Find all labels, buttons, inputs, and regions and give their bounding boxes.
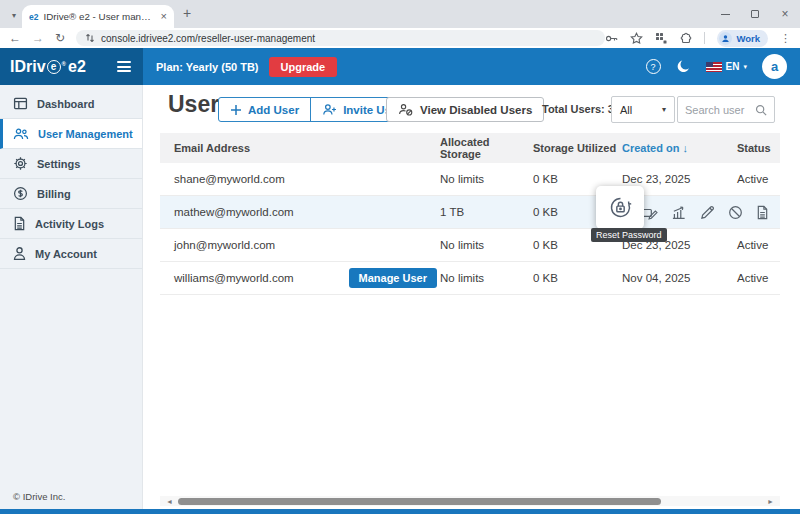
table-row[interactable]: williams@myworld.com Manage User No limi… <box>160 262 780 295</box>
status-cell: Active <box>737 173 780 185</box>
add-user-button[interactable]: Add User <box>219 98 310 121</box>
us-flag-icon <box>706 62 722 72</box>
created-cell: Nov 04, 2025 <box>622 272 737 284</box>
user-logs-icon[interactable] <box>756 205 769 220</box>
plus-icon <box>230 104 242 116</box>
window-controls: × <box>710 0 800 28</box>
table-row[interactable]: john@myworld.com No limits 0 KB Dec 23, … <box>160 229 780 262</box>
plan-label: Plan: Yearly (50 TB) <box>156 61 259 73</box>
col-allocated: Allocated Storage <box>440 136 533 160</box>
reset-password-button[interactable] <box>596 186 644 229</box>
tab-close-icon[interactable]: × <box>161 11 167 22</box>
users-table: Email Address Allocated Storage Storage … <box>160 133 780 295</box>
disable-user-icon[interactable] <box>728 205 743 220</box>
sidebar-item-user-management[interactable]: User Management <box>0 119 142 149</box>
filter-value: All <box>620 104 632 116</box>
tab-strip: ▾ e2 IDrive® e2 - User management × + × <box>0 0 800 28</box>
utilized-cell: 0 KB <box>533 272 622 284</box>
forward-icon[interactable]: → <box>32 31 44 45</box>
user-filter-dropdown[interactable]: All ▾ <box>611 96 675 123</box>
search-user-box <box>677 96 775 123</box>
scroll-left-icon[interactable]: ◄ <box>166 498 173 505</box>
close-button[interactable]: × <box>770 0 800 28</box>
usage-stats-icon[interactable] <box>671 205 687 220</box>
minimize-button[interactable] <box>710 0 740 28</box>
view-disabled-users-button[interactable]: View Disabled Users <box>386 97 544 122</box>
sidebar-item-dashboard[interactable]: Dashboard <box>0 89 142 119</box>
invite-user-icon <box>322 103 337 116</box>
sidebar-item-label: My Account <box>35 248 97 260</box>
users-icon <box>13 127 29 141</box>
sidebar-item-settings[interactable]: Settings <box>0 149 142 179</box>
idrive-e2-logo: IDrive®e2 <box>10 58 86 76</box>
hamburger-menu-icon[interactable] <box>117 61 131 72</box>
sidebar-item-my-account[interactable]: My Account <box>0 239 142 269</box>
profile-chip[interactable]: Work <box>717 30 768 47</box>
search-input[interactable] <box>685 104 751 116</box>
allocated-cell: No limits <box>440 239 533 251</box>
tab-search-icon[interactable]: ▾ <box>7 8 21 22</box>
back-icon[interactable]: ← <box>9 31 21 45</box>
manage-user-button[interactable]: Manage User <box>349 268 437 288</box>
language-selector[interactable]: EN ▾ <box>706 61 747 72</box>
extensions-puzzle-icon[interactable] <box>679 32 692 45</box>
col-email: Email Address <box>160 142 440 154</box>
reset-password-tooltip: Reset Password <box>591 228 667 242</box>
window-bottom-frame <box>0 509 800 514</box>
email-cell: williams@myworld.com Manage User <box>160 268 440 288</box>
sidebar-item-label: Settings <box>37 158 80 170</box>
sidebar-item-billing[interactable]: Billing <box>0 179 142 209</box>
edit-user-icon[interactable] <box>700 205 715 220</box>
created-cell: Dec 23, 2025 <box>622 173 737 185</box>
allocated-cell: No limits <box>440 272 533 284</box>
chevron-down-icon: ▾ <box>743 63 747 71</box>
sidebar-item-label: User Management <box>38 128 133 140</box>
upgrade-button[interactable]: Upgrade <box>269 57 338 77</box>
browser-menu-icon[interactable]: ⋮ <box>780 32 791 45</box>
password-key-icon[interactable] <box>605 32 618 45</box>
scrollbar-thumb[interactable] <box>178 498 661 505</box>
dark-mode-moon-icon[interactable] <box>676 59 691 74</box>
email-cell: mathew@myworld.com <box>160 206 440 218</box>
tab-favicon: e2 <box>29 12 38 22</box>
table-row-hovered[interactable]: mathew@myworld.com 1 TB 0 KB <box>160 196 780 229</box>
col-status: Status <box>737 142 780 154</box>
extension-grid-icon[interactable] <box>655 32 667 44</box>
site-info-icon[interactable] <box>85 33 95 43</box>
allocated-cell: 1 TB <box>440 206 533 218</box>
divider <box>704 32 705 44</box>
language-code: EN <box>726 61 740 72</box>
sidebar-item-label: Dashboard <box>37 98 94 110</box>
dashboard-icon <box>13 96 28 111</box>
document-icon <box>13 216 26 231</box>
help-icon[interactable]: ? <box>646 59 661 74</box>
horizontal-scrollbar[interactable]: ◄ ► <box>160 496 780 506</box>
person-icon <box>13 246 26 261</box>
search-icon[interactable] <box>755 104 767 116</box>
allocated-cell: No limits <box>440 173 533 185</box>
url-bar: ← → ↻ console.idrivee2.com/reseller-user… <box>0 28 800 48</box>
status-cell: Active <box>737 272 780 284</box>
table-header-row: Email Address Allocated Storage Storage … <box>160 133 780 163</box>
maximize-button[interactable] <box>740 0 770 28</box>
sidebar-item-label: Billing <box>37 188 71 200</box>
main-content: Users Add User Invite Users <box>143 85 800 509</box>
new-tab-button[interactable]: + <box>183 6 191 20</box>
browser-window: ▾ e2 IDrive® e2 - User management × + × … <box>0 0 800 514</box>
table-row[interactable]: shane@myworld.com No limits 0 KB Dec 23,… <box>160 163 780 196</box>
col-created-sortable[interactable]: Created on ↓ <box>622 142 737 154</box>
sidebar: Dashboard User Management <box>0 85 143 509</box>
scroll-right-icon[interactable]: ► <box>767 498 774 505</box>
account-avatar[interactable]: a <box>762 54 787 79</box>
sort-descending-icon: ↓ <box>682 142 688 154</box>
address-field[interactable]: console.idrivee2.com/reseller-user-manag… <box>76 30 605 46</box>
logo-panel: IDrive®e2 <box>0 48 143 85</box>
sidebar-item-activity-logs[interactable]: Activity Logs <box>0 209 142 239</box>
bookmark-star-icon[interactable] <box>630 32 643 45</box>
email-cell: shane@myworld.com <box>160 173 440 185</box>
browser-tab[interactable]: e2 IDrive® e2 - User management × <box>22 5 174 28</box>
reload-icon[interactable]: ↻ <box>55 31 65 45</box>
dollar-circle-icon <box>13 186 28 201</box>
row-actions <box>639 196 769 229</box>
chevron-down-icon: ▾ <box>662 105 666 114</box>
